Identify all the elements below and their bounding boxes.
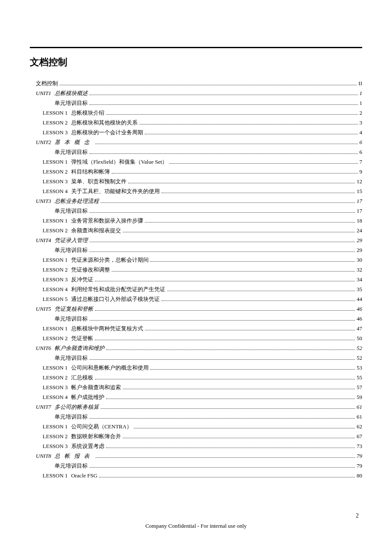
toc-entry: LESSON 2汇总模板55 <box>30 375 362 381</box>
document-page: 文档控制 文档控制IIUNIT1总帐模块概述1单元培训目标1LESSON 1总帐… <box>0 0 392 508</box>
toc-entry-page: 17 <box>357 198 362 204</box>
toc-entry-text: Oracle FSG <box>68 473 98 478</box>
toc-entry-page: 32 <box>357 267 362 272</box>
toc-entry-page: 57 <box>357 384 362 390</box>
toc-entry-label: LESSON 1 <box>43 218 68 223</box>
toc-leader-dots <box>95 310 355 311</box>
toc-entry-label: UNIT6 <box>36 345 51 351</box>
toc-leader-dots <box>95 340 355 340</box>
toc-entry-text: 单元培训目标 <box>55 463 88 468</box>
toc-entry-text: 帐户余额查询和维护 <box>51 345 104 351</box>
toc-entry-text: 业务背景和数据录入操作步骤 <box>68 218 143 223</box>
toc-entry-page: 62 <box>357 424 362 429</box>
toc-entry-text: 单元培训目标 <box>55 149 88 155</box>
toc-entry-label: LESSON 1 <box>43 326 68 331</box>
toc-entry-page: 6 <box>360 139 363 145</box>
toc-entry-text: 总帐业务处理流程 <box>51 198 99 204</box>
toc-leader-dots <box>123 438 355 438</box>
toc-entry: UNIT3总帐业务处理流程17 <box>30 198 362 204</box>
toc-entry-page: 30 <box>357 257 362 263</box>
toc-entry: LESSON 2凭证登帐50 <box>30 335 362 341</box>
toc-leader-dots <box>139 124 358 124</box>
toc-leader-dots <box>89 153 358 154</box>
toc-entry-page: 50 <box>357 335 362 341</box>
toc-entry-label: LESSON 1 <box>43 110 68 116</box>
toc-entry: LESSON 2数据映射和帐簿合并67 <box>30 434 362 439</box>
toc-entry: LESSON 3系统设置考虑73 <box>30 443 362 449</box>
toc-entry-text: 利用经常性和成批分配凭证的产生凭证 <box>68 286 165 292</box>
toc-entry-page: 24 <box>357 228 362 233</box>
toc-leader-dots <box>101 202 355 203</box>
toc-entry: LESSON 4利用经常性和成批分配凭证的产生凭证35 <box>30 286 362 292</box>
toc-leader-dots <box>89 320 355 321</box>
toc-entry-page: 52 <box>357 345 362 351</box>
toc-entry: LESSON 2凭证修改和调整32 <box>30 267 362 273</box>
toc-entry: LESSON 1凭证来源和分类，总帐会计期间30 <box>30 257 362 263</box>
toc-entry-label: LESSON 5 <box>43 296 68 302</box>
toc-leader-dots <box>161 301 355 301</box>
toc-entry-label: UNIT5 <box>36 306 51 312</box>
toc-entry: UNIT8总帐报表79 <box>30 453 362 459</box>
toc-leader-dots <box>89 212 355 213</box>
footer-text: Company Confidential - For internal use … <box>0 523 392 529</box>
toc-entry: LESSON 1公司间交易（CENTRA）62 <box>30 424 362 430</box>
page-number: 2 <box>356 512 359 519</box>
toc-leader-dots <box>89 359 355 360</box>
toc-entry: LESSON 2余额查询和报表提交24 <box>30 228 362 234</box>
toc-entry-text: 数据映射和帐簿合并 <box>68 434 121 439</box>
horizontal-rule <box>30 47 362 48</box>
toc-entry: LESSON 1总帐模块介绍2 <box>30 110 362 116</box>
toc-entry-page: 17 <box>357 208 362 214</box>
toc-entry-label: LESSON 2 <box>43 267 68 272</box>
toc-leader-dots <box>161 193 355 193</box>
toc-entry-label: LESSON 2 <box>43 375 68 380</box>
toc-entry: 单元培训目标6 <box>30 149 362 155</box>
toc-entry-page: 1 <box>360 100 363 106</box>
toc-entry-label: LESSON 2 <box>43 335 68 341</box>
toc-entry-text: 帐户余额查询和追索 <box>68 384 121 390</box>
toc-entry-page: 34 <box>357 277 362 282</box>
toc-entry: UNIT5凭证复核和登帐46 <box>30 306 362 312</box>
toc-entry: 单元培训目标46 <box>30 316 362 322</box>
toc-entry: 单元培训目标1 <box>30 100 362 106</box>
toc-entry-page: 4 <box>360 130 363 135</box>
toc-entry: LESSON 1公司间和悬帐帐户的概念和使用53 <box>30 365 362 371</box>
toc-entry-text: 科目结构和帐簿 <box>68 169 110 174</box>
toc-entry: LESSON 1业务背景和数据录入操作步骤18 <box>30 218 362 224</box>
toc-leader-dots <box>89 467 355 468</box>
toc-entry-label: UNIT3 <box>36 198 51 204</box>
toc-entry-text: 单元培训目标 <box>55 355 88 361</box>
toc-entry-text: 凭证来源和分类，总帐会计期间 <box>68 257 149 263</box>
toc-entry-label: LESSON 1 <box>43 257 68 263</box>
toc-entry-text: 文档控制 <box>36 81 58 86</box>
toc-entry-page: 18 <box>357 218 362 223</box>
toc-entry-label: LESSON 1 <box>43 159 68 165</box>
toc-entry-page: 61 <box>357 414 362 419</box>
toc-entry-text: 单元培训目标 <box>55 414 88 419</box>
toc-leader-dots <box>99 477 355 477</box>
toc-entry-text: 系统设置考虑 <box>68 443 104 449</box>
toc-entry-page: 46 <box>357 316 362 321</box>
toc-leader-dots <box>106 399 355 399</box>
toc-entry-text: 总帐模块和其他模块的关系 <box>68 120 138 125</box>
toc-entry-text: 凭证复核和登帐 <box>51 306 93 312</box>
toc-leader-dots <box>89 242 355 242</box>
toc-entry-text: 单元培训目标 <box>55 100 88 106</box>
toc-entry-page: 53 <box>357 365 362 370</box>
toc-leader-dots <box>106 350 355 350</box>
toc-entry-label: LESSON 2 <box>43 120 68 125</box>
toc-entry-page: 79 <box>357 463 362 468</box>
toc-leader-dots <box>60 85 357 85</box>
toc-entry-text: 关于工具栏、功能键和文件夹的使用 <box>68 188 160 194</box>
toc-entry-label: LESSON 4 <box>43 394 68 400</box>
toc-entry-page: 15 <box>357 188 362 194</box>
toc-entry-text: 帐户成批维护 <box>68 394 104 400</box>
toc-leader-dots <box>123 232 355 232</box>
toc-entry-text: 凭证修改和调整 <box>68 267 110 272</box>
toc-leader-dots <box>106 114 358 115</box>
toc-leader-dots <box>101 408 355 409</box>
toc-entry-page: 1 <box>360 90 363 96</box>
toc-entry-text: 单元培训目标 <box>55 208 88 214</box>
toc-entry-text: 菜单、职责和预制文件 <box>68 179 127 184</box>
toc-entry: UNIT7多公司的帐务核算61 <box>30 404 362 410</box>
